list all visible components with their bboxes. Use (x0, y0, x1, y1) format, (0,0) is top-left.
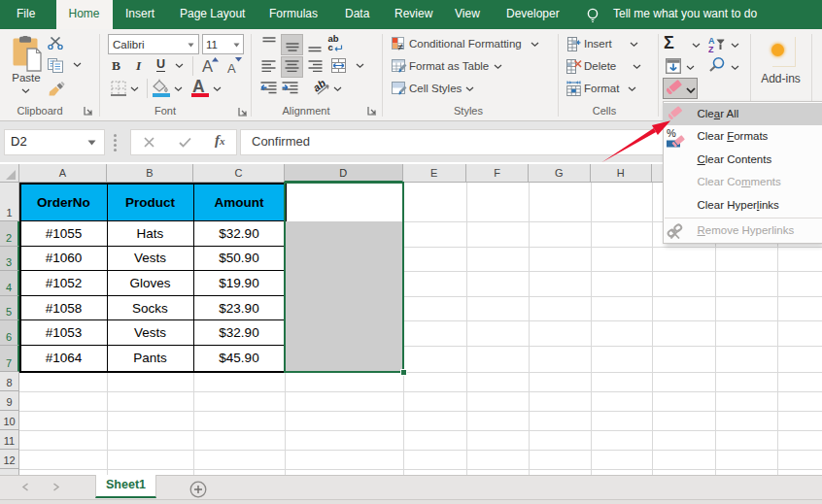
svg-text:Z: Z (708, 45, 714, 53)
svg-text:≠: ≠ (397, 41, 403, 52)
